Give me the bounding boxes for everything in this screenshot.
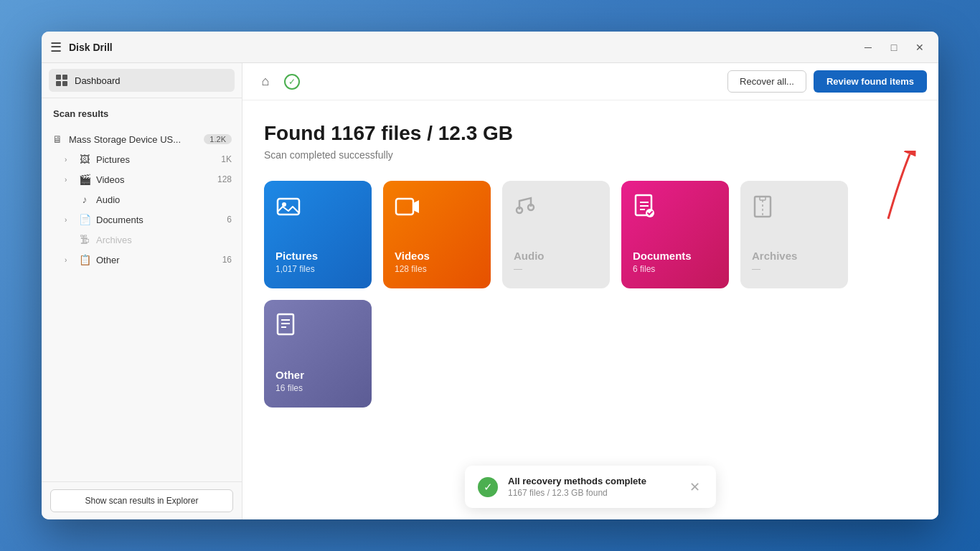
device-count: 1.2K [204,134,232,144]
archives-label: Archives [96,235,232,245]
other-card-name: Other [275,369,360,381]
svg-rect-9 [760,197,765,200]
toast-subtitle: 1167 files / 12.3 GB found [508,488,677,498]
toast-title: All recovery methods complete [508,476,677,486]
documents-label: Documents [96,215,221,225]
videos-card-name: Videos [395,250,479,262]
scan-status: Scan completed successfully [264,149,917,161]
review-found-button[interactable]: Review found items [814,70,927,93]
sidebar-item-audio[interactable]: ♪ Audio [44,189,239,209]
videos-card-icon [395,194,420,225]
toast-text: All recovery methods complete 1167 files… [508,476,677,498]
card-audio[interactable]: Audio — [502,181,610,288]
home-button[interactable]: ⌂ [254,70,277,93]
dashboard-grid-icon [56,75,67,86]
archives-card-icon [752,194,773,225]
videos-label: Videos [96,174,212,185]
menu-icon[interactable]: ☰ [50,39,62,55]
content-main: Found 1167 files / 12.3 GB Scan complete… [242,100,938,458]
other-count: 16 [222,255,232,265]
sidebar-dashboard-section: Dashboard [42,63,242,98]
pictures-icon: 🖼 [79,154,90,165]
maximize-button[interactable]: □ [884,37,904,57]
documents-card-name: Documents [633,250,717,262]
sidebar-item-documents[interactable]: › 📄 Documents 6 [44,209,239,230]
audio-card-name: Audio [514,250,598,262]
other-card-icon [275,313,298,344]
pictures-count: 1K [221,154,232,164]
svg-point-4 [517,207,522,213]
pictures-card-name: Pictures [275,250,360,262]
videos-icon: 🎬 [79,174,90,185]
audio-card-icon [514,194,537,222]
pictures-card-icon [275,194,301,225]
pictures-card-count: 1,017 files [275,264,360,274]
sidebar: Dashboard Scan results 🖥 Mass Storage De… [42,63,242,519]
other-label: Other [96,255,217,265]
content-topbar: ⌂ ✓ Recover all... Review found items [242,63,938,100]
window-controls: ─ □ ✕ [858,37,930,57]
documents-card-icon [633,194,656,225]
dashboard-button[interactable]: Dashboard [49,69,235,92]
device-label: Mass Storage Device US... [69,134,198,145]
sidebar-item-pictures[interactable]: › 🖼 Pictures 1K [44,149,239,169]
storage-icon: 🖥 [52,133,63,145]
recover-all-button[interactable]: Recover all... [727,70,806,93]
pictures-label: Pictures [96,154,215,165]
chevron-right-icon-2: › [65,176,73,184]
svg-point-5 [528,204,534,210]
videos-count: 128 [217,174,232,184]
archives-card-name: Archives [752,250,837,262]
audio-icon: ♪ [79,194,90,205]
toast-notification: ✓ All recovery methods complete 1167 fil… [465,466,716,508]
found-files-title: Found 1167 files / 12.3 GB [264,122,917,145]
sidebar-item-device[interactable]: 🖥 Mass Storage Device US... 1.2K [44,129,239,149]
sidebar-scan-results-header: Scan results [42,98,242,129]
toast-container: ✓ All recovery methods complete 1167 fil… [242,458,938,519]
main-layout: Dashboard Scan results 🖥 Mass Storage De… [42,63,938,519]
category-cards: Pictures 1,017 files Videos 128 files [264,181,917,408]
toast-close-button[interactable]: ✕ [687,479,703,495]
documents-icon: 📄 [79,214,90,225]
archives-icon: 🗜 [79,234,90,245]
content-area: ⌂ ✓ Recover all... Review found items Fo… [242,63,938,519]
svg-rect-1 [278,199,299,215]
status-check-icon: ✓ [284,74,300,90]
show-explorer-button[interactable]: Show scan results in Explorer [50,489,233,512]
videos-card-count: 128 files [395,264,479,274]
documents-card-count: 6 files [633,264,717,274]
app-title: Disk Drill [69,42,858,53]
other-icon: 📋 [79,254,90,265]
other-card-count: 16 files [275,383,360,393]
chevron-right-icon-4: › [65,256,73,264]
close-button[interactable]: ✕ [910,37,930,57]
sidebar-item-other[interactable]: › 📋 Other 16 [44,250,239,270]
card-archives[interactable]: Archives — [740,181,848,288]
sidebar-bottom: Show scan results in Explorer [42,481,242,519]
documents-count: 6 [227,215,232,225]
dashboard-label: Dashboard [75,75,121,86]
toast-success-icon: ✓ [478,477,498,497]
scan-results-title: Scan results [53,108,230,119]
minimize-button[interactable]: ─ [858,37,878,57]
audio-label: Audio [96,194,232,205]
chevron-right-icon-3: › [65,216,73,224]
sidebar-items-list: 🖥 Mass Storage Device US... 1.2K › 🖼 Pic… [42,129,242,481]
card-other[interactable]: Other 16 files [264,300,372,408]
chevron-right-icon: › [65,156,73,164]
archives-card-count: — [752,264,837,274]
card-documents[interactable]: Documents 6 files [621,181,729,288]
audio-card-count: — [514,264,598,274]
svg-rect-3 [396,199,413,215]
card-pictures[interactable]: Pictures 1,017 files [264,181,372,288]
sidebar-item-videos[interactable]: › 🎬 Videos 128 [44,169,239,189]
title-bar: ☰ Disk Drill ─ □ ✕ [42,32,938,63]
sidebar-item-archives[interactable]: 🗜 Archives [44,230,239,250]
app-window: ☰ Disk Drill ─ □ ✕ Dashboard Scan result… [42,32,938,519]
card-videos[interactable]: Videos 128 files [383,181,491,288]
